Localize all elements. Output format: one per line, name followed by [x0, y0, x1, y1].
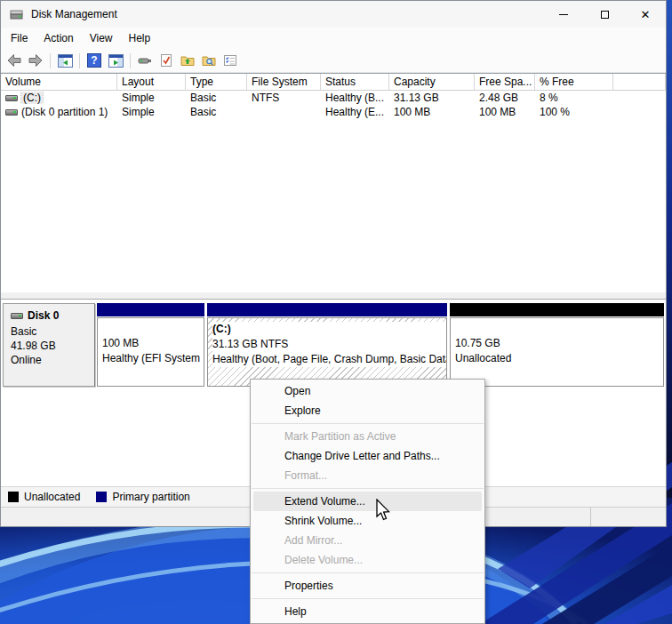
check-document-icon — [159, 53, 173, 68]
menu-item-properties[interactable]: Properties — [251, 576, 484, 596]
toolbar-separator — [50, 53, 51, 68]
maximize-icon — [601, 11, 609, 19]
search-folder-icon — [202, 53, 216, 68]
rescan-disks-button[interactable] — [135, 51, 155, 70]
minimize-icon — [559, 14, 568, 15]
volume-drive-icon — [5, 109, 18, 116]
status-panel-right — [591, 508, 666, 526]
volume-free-space: 2.48 GB — [475, 92, 535, 104]
back-button[interactable] — [4, 51, 24, 70]
primary-partition-swatch — [96, 492, 107, 502]
menu-separator — [252, 572, 484, 573]
volume-file-system: NTFS — [247, 92, 321, 104]
disk-capacity: 41.98 GB — [11, 339, 94, 353]
unallocated-label: Unallocated — [24, 491, 80, 503]
volume-layout: Simple — [117, 92, 186, 104]
back-icon — [7, 53, 21, 68]
volume-list-header: Volume Layout Type File System Status Ca… — [1, 74, 666, 91]
partition-label: (C:) — [212, 322, 446, 337]
volume-type: Basic — [186, 106, 247, 118]
menu-item-change-drive-letter[interactable]: Change Drive Letter and Paths... — [251, 446, 484, 466]
volume-name: (Disk 0 partition 1) — [21, 106, 108, 118]
open-folder-up-icon — [180, 53, 195, 68]
volume-capacity: 31.13 GB — [389, 92, 475, 104]
partition-unallocated[interactable]: 10.75 GB Unallocated — [450, 303, 664, 387]
properties-list-button[interactable] — [220, 51, 240, 70]
partition-size: 31.13 GB NTFS — [212, 337, 446, 352]
properties-list-icon — [223, 53, 237, 68]
column-header-capacity[interactable]: Capacity — [389, 74, 475, 90]
partition-size: 10.75 GB — [455, 336, 663, 351]
column-header-percent-free[interactable]: % Free — [535, 74, 613, 90]
column-header-status[interactable]: Status — [321, 74, 389, 90]
volume-row-c[interactable]: (C:) Simple Basic NTFS Healthy (B... 31.… — [1, 91, 666, 105]
partition-status: Healthy (EFI System — [102, 351, 204, 366]
menu-item-add-mirror: Add Mirror... — [251, 531, 484, 550]
menu-file[interactable]: File — [3, 29, 36, 47]
volume-percent-free: 8 % — [535, 92, 613, 104]
partition-status: Unallocated — [455, 351, 663, 366]
maximize-button[interactable] — [584, 1, 625, 28]
partition-color-bar — [97, 303, 204, 316]
title-bar[interactable]: Disk Management ✕ — [1, 1, 666, 28]
menu-item-help[interactable]: Help — [251, 602, 484, 621]
show-action-pane-button[interactable] — [106, 51, 125, 70]
menu-bar: File Action View Help — [1, 28, 666, 49]
svg-text:?: ? — [91, 54, 97, 67]
disk-icon — [11, 313, 23, 319]
forward-button[interactable] — [26, 51, 45, 70]
menu-help[interactable]: Help — [121, 29, 159, 47]
partition-c-selected[interactable]: (C:) 31.13 GB NTFS Healthy (Boot, Page F… — [207, 303, 447, 387]
window-title: Disk Management — [31, 8, 117, 20]
column-header-layout[interactable]: Layout — [117, 74, 186, 90]
help-button[interactable]: ? — [84, 51, 104, 70]
disk-0-header[interactable]: Disk 0 Basic 41.98 GB Online — [3, 303, 95, 387]
menu-item-open[interactable]: Open — [251, 381, 484, 401]
volume-drive-icon — [5, 95, 18, 101]
forward-icon — [28, 53, 43, 68]
menu-item-format: Format... — [251, 466, 484, 485]
help-icon: ? — [87, 53, 101, 68]
partition-color-bar — [207, 303, 447, 316]
toolbar: ? — [1, 49, 666, 73]
unallocated-swatch — [8, 492, 19, 502]
column-header-type[interactable]: Type — [186, 74, 247, 90]
column-header-filler — [613, 74, 666, 90]
volume-capacity: 100 MB — [389, 106, 475, 118]
disk-status: Online — [11, 353, 94, 367]
show-hide-console-tree-icon — [58, 54, 73, 68]
partition-efi[interactable]: 100 MB Healthy (EFI System — [97, 303, 204, 387]
volume-row-partition1[interactable]: (Disk 0 partition 1) Simple Basic Health… — [1, 105, 666, 119]
volume-free-space: 100 MB — [475, 106, 535, 118]
column-header-volume[interactable]: Volume — [1, 74, 117, 90]
disk-type: Basic — [11, 324, 94, 339]
check-document-button[interactable] — [156, 51, 176, 70]
partition-color-bar — [450, 303, 664, 316]
menu-item-extend-volume[interactable]: Extend Volume... — [253, 492, 482, 511]
menu-separator — [252, 423, 484, 424]
column-header-free-space[interactable]: Free Spa... — [475, 74, 535, 90]
menu-separator — [252, 488, 484, 489]
show-hide-action-pane-icon — [108, 54, 124, 68]
close-button[interactable]: ✕ — [625, 1, 666, 28]
partition-size: 100 MB — [102, 336, 204, 351]
primary-partition-label: Primary partition — [112, 491, 189, 503]
menu-view[interactable]: View — [82, 29, 121, 47]
mouse-cursor — [375, 499, 392, 523]
volume-percent-free: 100 % — [535, 106, 613, 118]
minimize-button[interactable] — [543, 1, 584, 28]
show-console-tree-button[interactable] — [55, 51, 75, 70]
pane-splitter[interactable] — [1, 292, 666, 300]
column-header-file-system[interactable]: File System — [247, 74, 321, 90]
open-folder-button[interactable] — [178, 51, 197, 70]
disk-0-row: Disk 0 Basic 41.98 GB Online 100 MB Heal… — [3, 303, 664, 387]
partitions-strip: 100 MB Healthy (EFI System (C:) 31.13 GB… — [95, 303, 664, 387]
menu-item-explore[interactable]: Explore — [251, 401, 484, 420]
disk-management-app-icon — [10, 7, 24, 21]
menu-action[interactable]: Action — [36, 29, 81, 47]
search-folder-button[interactable] — [199, 51, 219, 70]
toolbar-separator — [79, 53, 80, 68]
menu-item-delete-volume: Delete Volume... — [251, 550, 484, 570]
menu-item-shrink-volume[interactable]: Shrink Volume... — [251, 511, 484, 531]
volume-status: Healthy (E... — [321, 106, 389, 118]
